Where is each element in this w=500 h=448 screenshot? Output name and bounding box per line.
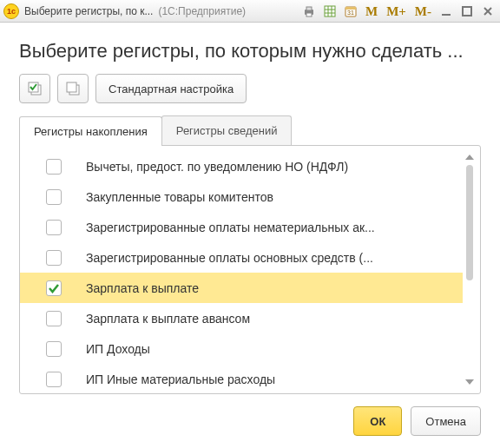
- window-title: Выберите регистры, по к...: [24, 5, 153, 17]
- window-app-label: (1С:Предприятие): [158, 5, 246, 17]
- spreadsheet-icon[interactable]: [321, 3, 339, 20]
- svg-rect-12: [463, 7, 471, 16]
- minimize-icon[interactable]: [438, 3, 455, 20]
- titlebar: 1c Выберите регистры, по к... (1С:Предпр…: [0, 0, 500, 23]
- registers-panel: Вычеты, предост. по уведомлению НО (НДФЛ…: [19, 145, 481, 394]
- default-settings-button[interactable]: Стандартная настройка: [95, 74, 247, 103]
- print-icon[interactable]: [300, 3, 318, 20]
- close-icon[interactable]: [479, 3, 497, 20]
- cancel-label: Отмена: [425, 415, 466, 428]
- tab-label: Регистры сведений: [176, 124, 278, 137]
- list-item-label: Зарплата к выплате: [86, 281, 199, 295]
- checkbox[interactable]: [46, 220, 62, 235]
- checkbox[interactable]: [46, 189, 62, 205]
- maximize-icon[interactable]: [458, 3, 476, 20]
- list-item[interactable]: Зарплата к выплате авансом: [20, 303, 463, 333]
- check-all-button[interactable]: [19, 74, 50, 103]
- toolbar: Стандартная настройка: [19, 74, 481, 103]
- list-item[interactable]: ИП Доходы: [20, 333, 463, 364]
- memory-m-plus-button[interactable]: M+: [384, 3, 409, 20]
- scrollbar[interactable]: [464, 155, 475, 385]
- default-settings-label: Стандартная настройка: [109, 82, 234, 96]
- checkbox[interactable]: [46, 372, 62, 387]
- checkbox[interactable]: [46, 250, 62, 266]
- memory-m-button[interactable]: M: [363, 3, 380, 20]
- page-title: Выберите регистры, по которым нужно сдел…: [19, 40, 481, 62]
- calendar-icon[interactable]: 31: [342, 3, 359, 20]
- registers-list: Вычеты, предост. по уведомлению НО (НДФЛ…: [20, 151, 463, 388]
- list-item-label: ИП Иные материальные расходы: [86, 372, 275, 386]
- list-item[interactable]: Зарегистрированные оплаты нематериальных…: [20, 212, 463, 242]
- cancel-button[interactable]: Отмена: [411, 406, 481, 436]
- list-item[interactable]: Закупленные товары комитентов: [20, 181, 463, 212]
- uncheck-all-button[interactable]: [57, 74, 89, 103]
- tab-info-registers[interactable]: Регистры сведений: [161, 115, 293, 145]
- scroll-track[interactable]: [466, 165, 473, 374]
- list-item-label: Зарегистрированные оплаты основных средс…: [86, 251, 373, 265]
- tab-label: Регистры накопления: [34, 125, 148, 138]
- ok-button[interactable]: ОК: [353, 406, 402, 436]
- scroll-thumb[interactable]: [466, 165, 473, 280]
- tab-accumulation-registers[interactable]: Регистры накопления: [19, 116, 162, 146]
- scroll-up-icon[interactable]: [465, 155, 474, 160]
- list-item-label: Зарегистрированные оплаты нематериальных…: [86, 221, 375, 234]
- list-item[interactable]: Зарплата к выплате: [20, 273, 463, 303]
- list-item[interactable]: Зарегистрированные оплаты основных средс…: [20, 242, 463, 273]
- list-item-label: Закупленные товары комитентов: [86, 190, 273, 204]
- checkbox[interactable]: [46, 280, 62, 296]
- app-logo-icon: 1c: [3, 3, 19, 19]
- checkbox[interactable]: [46, 341, 62, 357]
- list-item-label: Вычеты, предост. по уведомлению НО (НДФЛ…: [86, 160, 348, 174]
- svg-rect-11: [442, 14, 451, 16]
- footer: ОК Отмена: [19, 406, 481, 436]
- memory-m-minus-button[interactable]: M-: [412, 3, 434, 20]
- svg-rect-3: [325, 6, 335, 16]
- scroll-down-icon[interactable]: [465, 379, 474, 385]
- svg-rect-18: [67, 82, 76, 92]
- checkbox[interactable]: [46, 311, 62, 326]
- svg-rect-1: [306, 7, 312, 10]
- list-item[interactable]: ИП Иные материальные расходы: [20, 364, 463, 388]
- svg-rect-2: [306, 13, 312, 16]
- ok-label: ОК: [370, 415, 385, 428]
- svg-text:31: 31: [347, 10, 354, 16]
- list-item[interactable]: Вычеты, предост. по уведомлению НО (НДФЛ…: [20, 151, 463, 181]
- tabs: Регистры накопления Регистры сведений: [19, 115, 481, 145]
- checkbox[interactable]: [46, 159, 62, 175]
- list-item-label: ИП Доходы: [86, 342, 150, 356]
- list-item-label: Зарплата к выплате авансом: [86, 312, 250, 326]
